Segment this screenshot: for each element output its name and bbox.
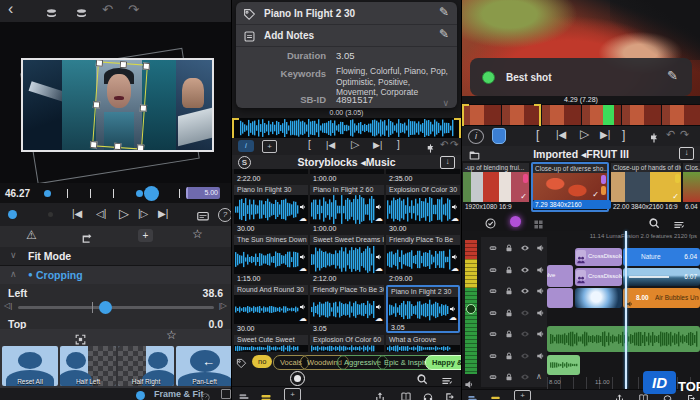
crop-box[interactable]: [92, 61, 148, 149]
skip-back-button[interactable]: |◀: [326, 141, 335, 150]
folder-icon[interactable]: [468, 147, 481, 163]
crop-frame-icon[interactable]: [74, 331, 87, 347]
undo-button[interactable]: ↶: [666, 128, 675, 141]
media-tile[interactable]: -up of blending frui... ✓ 1920x1080 16:9: [463, 163, 529, 211]
marker-button[interactable]: [648, 129, 660, 145]
speaker-icon[interactable]: [451, 345, 459, 352]
help-button[interactable]: ?: [218, 208, 231, 222]
transition-clip[interactable]: CrossDissolve: [575, 268, 622, 286]
speaker-icon[interactable]: [375, 297, 383, 315]
sort-icon[interactable]: [440, 371, 453, 387]
transition-clip-partial[interactable]: CrossDissolve: [547, 265, 573, 287]
eye-icon[interactable]: [520, 260, 530, 278]
skip-forward-button[interactable]: ▶|: [373, 141, 382, 150]
crop-handle[interactable]: [93, 101, 100, 108]
filmstrip[interactable]: [462, 104, 700, 126]
crop-handle[interactable]: [137, 144, 144, 151]
timeline-playhead[interactable]: [625, 231, 627, 389]
preset-pan-left[interactable]: ← Pan-Left: [176, 346, 231, 386]
transition-clip-partial[interactable]: [547, 288, 573, 308]
timeline-view-icon[interactable]: [238, 388, 250, 400]
slider-increment[interactable]: |▷: [219, 301, 227, 310]
warning-icon[interactable]: ⚠: [26, 229, 37, 241]
music-cell[interactable]: Explosion Of Color 30 ☁ 30.00: [386, 185, 460, 233]
insert-button[interactable]: +: [284, 388, 301, 400]
link-icon[interactable]: [488, 260, 498, 278]
speaker-icon[interactable]: [536, 239, 546, 257]
redo-button[interactable]: ↷: [450, 139, 458, 150]
eye-icon[interactable]: [520, 324, 530, 342]
redo-button[interactable]: ↷: [680, 128, 689, 141]
music-cell[interactable]: The Sun Shines Down Full ☁ 1:15.00: [234, 235, 308, 283]
cloud-icon[interactable]: ☁: [375, 215, 383, 223]
search-icon[interactable]: [648, 215, 661, 231]
edit-notes-pencil[interactable]: ✎: [439, 28, 449, 40]
speaker-icon[interactable]: [536, 346, 546, 364]
speaker-icon[interactable]: [375, 197, 383, 215]
speaker-icon[interactable]: [536, 324, 546, 342]
slider-left-thumb[interactable]: [99, 301, 112, 314]
lock-icon[interactable]: [504, 282, 514, 300]
speaker-icon[interactable]: [299, 345, 307, 352]
cloud-icon[interactable]: ☁: [375, 265, 383, 273]
keyframe-bar[interactable]: 46.27 5.00: [0, 183, 231, 203]
cloud-icon[interactable]: ☁: [299, 265, 307, 273]
download-icon[interactable]: ↓: [440, 156, 455, 169]
gauge-icon[interactable]: [200, 388, 211, 400]
speaker-icon[interactable]: [375, 247, 383, 265]
crop-handle[interactable]: [96, 59, 103, 66]
undo-button[interactable]: ↶: [102, 2, 113, 17]
cloud-icon[interactable]: ☁: [451, 265, 459, 273]
slider-left-track[interactable]: [18, 306, 214, 309]
keyframe-playhead-dot[interactable]: [144, 186, 159, 201]
crop-handle[interactable]: [143, 63, 150, 70]
search-icon[interactable]: [416, 371, 429, 387]
eye-icon[interactable]: [520, 346, 530, 364]
media-tile-selected[interactable]: Close-up of diverse sho... ✓ 7.29 3840x2…: [531, 162, 609, 212]
preset-half-right[interactable]: Half Right: [118, 346, 174, 386]
lock-icon[interactable]: [504, 367, 514, 385]
insert-button[interactable]: +: [514, 390, 531, 400]
add-notes-label[interactable]: Add Notes: [264, 30, 314, 41]
preset-b-button[interactable]: [74, 4, 89, 22]
audition-waveform[interactable]: [232, 118, 461, 138]
add-tag-icon[interactable]: [236, 355, 247, 371]
cloud-icon[interactable]: ☁: [451, 215, 459, 223]
link-icon[interactable]: [488, 282, 498, 300]
speaker-icon[interactable]: [451, 197, 459, 215]
link-icon[interactable]: [488, 367, 498, 385]
cloud-icon[interactable]: ☁: [375, 315, 383, 323]
link-icon[interactable]: [488, 239, 498, 257]
preset-half-left[interactable]: Half Left: [60, 346, 116, 386]
add-to-timeline-button[interactable]: +: [262, 140, 277, 153]
music-cell[interactable]: Piano In Flight 30 ☁ 30.00: [234, 185, 308, 233]
speaker-icon[interactable]: [299, 197, 307, 215]
timeline-view-icon[interactable]: [467, 390, 478, 400]
skip-forward-button[interactable]: ▶|: [158, 209, 168, 219]
back-button[interactable]: ‹: [8, 1, 13, 17]
section-fit-mode[interactable]: ∨ Fit Mode: [0, 247, 231, 266]
card-chevron-down[interactable]: ∨: [442, 98, 449, 108]
music-cell[interactable]: Sweet Sweet Dreams Ins... ☁ 2:12.00: [310, 235, 384, 283]
headphones-icon[interactable]: [422, 388, 434, 400]
media-library-title[interactable]: Imported ◂FRUIT III: [462, 148, 700, 160]
audio-clip-orange[interactable]: 8.00 Air Bubbles Underwate...: [623, 288, 700, 308]
clip-info-button[interactable]: [196, 207, 210, 223]
marker-button[interactable]: [425, 140, 436, 156]
shield-badge-icon[interactable]: [492, 128, 506, 144]
out-point-button[interactable]: ]: [622, 129, 625, 141]
video-clip-flare[interactable]: [575, 288, 622, 308]
speaker-icon[interactable]: [536, 282, 546, 300]
skip-back-button[interactable]: |◀: [72, 209, 82, 219]
info-button[interactable]: i: [238, 140, 254, 152]
play-button[interactable]: ▷: [580, 128, 589, 140]
audio-clip-green-short[interactable]: [547, 355, 580, 375]
keyframe-dot[interactable]: [44, 190, 51, 197]
library-title[interactable]: Storyblocks ◂Music: [232, 156, 461, 168]
skip-back-button[interactable]: |◀: [556, 130, 566, 140]
lock-icon[interactable]: [504, 260, 514, 278]
redo-button[interactable]: ↷: [128, 2, 139, 17]
crop-handle[interactable]: [114, 143, 121, 150]
play-button[interactable]: ▷: [119, 207, 129, 220]
edit-title-pencil[interactable]: ✎: [439, 6, 449, 18]
